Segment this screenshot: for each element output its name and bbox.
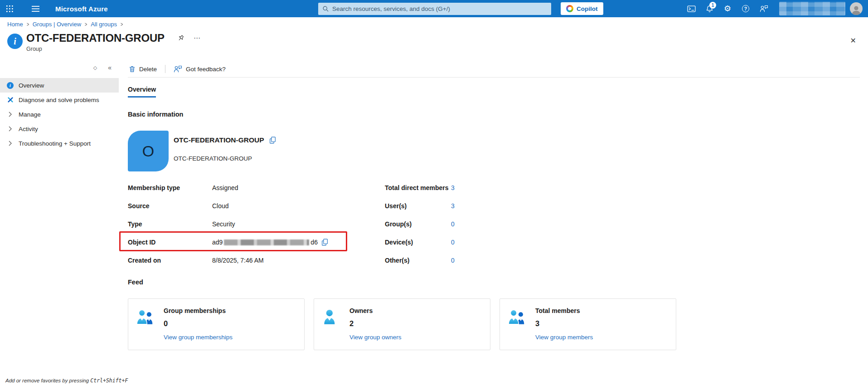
product-title: Microsoft Azure (55, 5, 108, 13)
close-blade-button[interactable]: ✕ (850, 36, 856, 45)
favorites-hint: Add or remove favorites by pressing Ctrl… (5, 377, 128, 384)
copilot-button[interactable]: Copilot (561, 2, 603, 15)
group-info-icon: i (7, 34, 23, 49)
basic-info-fields-right: Total direct members 3 User(s) 3 Group(s… (385, 179, 521, 269)
groups-count-link[interactable]: 0 (451, 220, 455, 228)
gear-icon: ⚙ (724, 5, 731, 13)
command-bar: Delete Got feedback? (128, 62, 227, 76)
copy-object-id-button[interactable] (321, 239, 328, 246)
person-silhouette-icon (851, 5, 862, 15)
sidebar-menu: i Overview Diagnose and solve problems M… (0, 78, 119, 151)
terminal-icon (687, 5, 696, 12)
copy-icon (269, 137, 276, 144)
cloud-shell-button[interactable] (682, 0, 700, 17)
sidebar-collapse-icon[interactable]: « (108, 64, 112, 71)
copilot-icon (566, 5, 573, 12)
delete-button[interactable]: Delete (128, 64, 158, 74)
chevron-right-icon (6, 141, 14, 146)
hamburger-icon (32, 6, 39, 12)
more-actions-button[interactable]: ⋯ (194, 34, 201, 42)
card-count: 0 (164, 319, 233, 328)
users-count-link[interactable]: 3 (451, 202, 455, 210)
view-group-members-link[interactable]: View group members (535, 334, 593, 341)
basic-info-fields-left: Membership type Assigned Source Cloud Ty… (128, 179, 345, 269)
person-icon (321, 307, 341, 350)
view-group-owners-link[interactable]: View group owners (349, 334, 402, 341)
total-direct-members-link[interactable]: 3 (451, 184, 455, 191)
sidebar-item-manage[interactable]: Manage (0, 107, 119, 122)
people-group-icon (507, 307, 527, 350)
card-owners: Owners 2 View group owners (314, 298, 490, 350)
card-title: Group memberships (164, 307, 233, 314)
feedback-button[interactable] (755, 0, 773, 17)
content-divider (128, 77, 860, 78)
notification-badge: 1 (709, 2, 716, 9)
feed-cards: Group memberships 0 View group membershi… (128, 298, 676, 350)
people-group-icon (136, 307, 155, 350)
breadcrumb-groups-overview[interactable]: Groups | Overview (33, 21, 81, 28)
card-total-members: Total members 3 View group members (499, 298, 676, 350)
basic-information-heading: Basic information (128, 111, 183, 118)
object-id-redacted (224, 239, 309, 245)
sidebar-item-overview[interactable]: i Overview (0, 78, 119, 93)
breadcrumb-all-groups[interactable]: All groups (91, 21, 117, 28)
view-group-memberships-link[interactable]: View group memberships (164, 334, 233, 341)
chevron-right-icon (6, 112, 14, 117)
card-title: Owners (349, 307, 402, 314)
field-created-on: Created on 8/8/2025, 7:46 AM (128, 251, 345, 269)
account-info-redacted[interactable] (779, 2, 845, 15)
pin-icon (177, 34, 184, 42)
page-header: i OTC-FEDERATION-GROUP ⋯ Group (7, 32, 201, 52)
breadcrumb-home[interactable]: Home (7, 21, 23, 28)
toolbar-divider (165, 65, 165, 73)
global-search[interactable] (318, 3, 551, 15)
search-input[interactable] (332, 5, 547, 12)
breadcrumb: Home > Groups | Overview > All groups > (7, 21, 123, 28)
sidebar: ◇ « i Overview Diagnose and solve proble… (0, 60, 119, 386)
feedback-icon (760, 5, 768, 12)
pin-button[interactable] (177, 34, 184, 42)
account-avatar[interactable] (850, 2, 863, 15)
feedback-icon (174, 65, 182, 73)
sidebar-item-troubleshooting[interactable]: Troubleshooting + Support (0, 136, 119, 151)
object-id-prefix: ad9 (212, 239, 223, 246)
sidebar-item-label: Diagnose and solve problems (19, 97, 99, 103)
field-others: Other(s) 0 (385, 251, 521, 269)
chevron-right-icon (6, 126, 14, 132)
sidebar-item-label: Troubleshooting + Support (19, 140, 91, 147)
tools-icon (6, 97, 14, 103)
azure-portal-page: Microsoft Azure Copilot (0, 0, 868, 386)
devices-count-link[interactable]: 0 (451, 239, 455, 246)
group-name-secondary: OTC-FEDERATION-GROUP (174, 155, 252, 162)
waffle-icon (6, 5, 13, 12)
help-button[interactable]: ? (737, 0, 755, 17)
object-id-suffix: d6 (310, 239, 318, 246)
field-membership-type: Membership type Assigned (128, 179, 345, 197)
sidebar-item-label: Overview (19, 82, 44, 89)
tab-overview[interactable]: Overview (128, 86, 156, 98)
notifications-button[interactable]: 1 (700, 0, 718, 17)
page-subtitle: Group (26, 46, 201, 52)
feed-heading: Feed (128, 279, 143, 286)
breadcrumb-separator: > (121, 21, 123, 28)
trash-icon (129, 65, 136, 73)
field-users: User(s) 3 (385, 197, 521, 215)
got-feedback-button[interactable]: Got feedback? (173, 64, 227, 74)
keyboard-shortcut: Ctrl+Shift+F (90, 377, 128, 384)
breadcrumb-separator: > (27, 21, 29, 28)
field-object-id: Object ID ad9 d6 (128, 233, 345, 251)
portal-menu-button[interactable] (25, 0, 45, 17)
sidebar-item-activity[interactable]: Activity (0, 122, 119, 136)
app-launcher-icon[interactable] (0, 0, 19, 17)
sidebar-item-label: Activity (19, 126, 38, 132)
page-title: OTC-FEDERATION-GROUP (26, 32, 165, 44)
group-avatar: O (128, 131, 169, 171)
others-count-link[interactable]: 0 (451, 257, 455, 264)
group-name: OTC-FEDERATION-GROUP (174, 136, 264, 144)
field-groups: Group(s) 0 (385, 215, 521, 233)
sidebar-item-diagnose[interactable]: Diagnose and solve problems (0, 93, 119, 107)
copy-group-name-button[interactable] (269, 137, 276, 144)
breadcrumb-separator: > (85, 21, 87, 28)
settings-button[interactable]: ⚙ (718, 0, 737, 17)
sidebar-resize-icon[interactable]: ◇ (93, 65, 97, 71)
